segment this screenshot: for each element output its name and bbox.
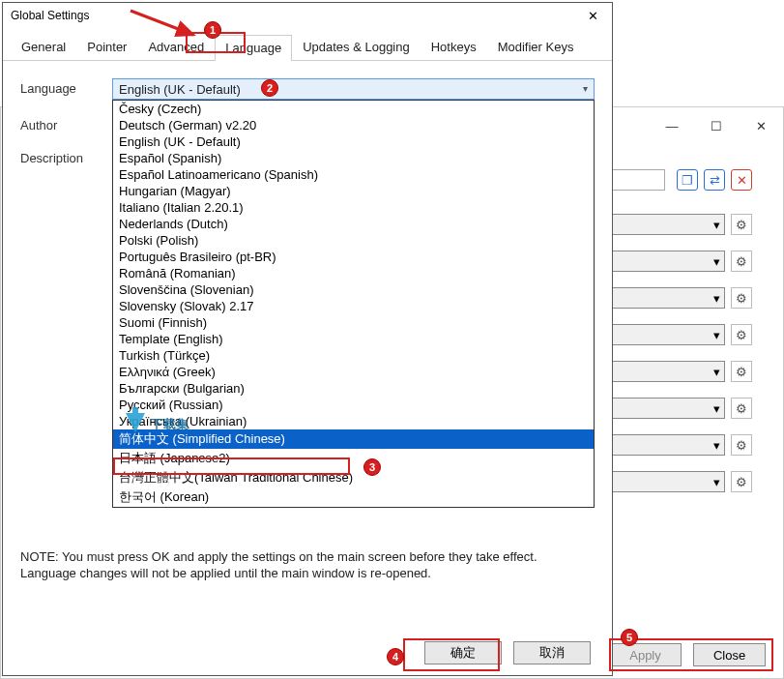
gear-button[interactable]: ⚙ bbox=[731, 471, 752, 492]
tab-language[interactable]: Language bbox=[215, 35, 292, 61]
gear-icon: ⚙ bbox=[736, 401, 747, 416]
language-option[interactable]: Português Brasileiro (pt-BR) bbox=[113, 249, 594, 265]
language-combobox[interactable]: English (UK - Default) ▾ bbox=[112, 78, 595, 100]
caret-icon: ▾ bbox=[713, 291, 720, 306]
tab-hotkeys[interactable]: Hotkeys bbox=[421, 34, 487, 60]
swap-icon: ⇄ bbox=[710, 173, 720, 188]
global-settings-dialog: Global Settings ✕ GeneralPointerAdvanced… bbox=[2, 2, 613, 676]
language-option[interactable]: Turkish (Türkçe) bbox=[113, 347, 594, 364]
copy-icon: ❐ bbox=[682, 173, 693, 188]
annotation-badge-4: 4 bbox=[387, 648, 404, 665]
language-option[interactable]: Suomi (Finnish) bbox=[113, 314, 594, 331]
copy-icon-button[interactable]: ❐ bbox=[677, 169, 698, 191]
tab-general[interactable]: General bbox=[11, 34, 76, 60]
annotation-badge-3: 3 bbox=[363, 458, 381, 476]
annotation-badge-1: 1 bbox=[204, 21, 221, 39]
gear-button[interactable]: ⚙ bbox=[731, 398, 752, 419]
language-option[interactable]: Slovenščina (Slovenian) bbox=[113, 281, 594, 298]
bg-combobox[interactable]: ▾ bbox=[609, 434, 725, 456]
swap-icon-button[interactable]: ⇄ bbox=[704, 169, 725, 191]
ok-button[interactable]: 确定 bbox=[424, 641, 502, 664]
language-option[interactable]: Slovensky (Slovak) 2.17 bbox=[113, 298, 594, 314]
bg-combobox[interactable]: ▾ bbox=[609, 251, 725, 272]
svg-rect-1 bbox=[132, 407, 138, 417]
minimize-button[interactable]: — bbox=[650, 111, 694, 140]
bg-combobox[interactable]: ▾ bbox=[609, 287, 725, 309]
language-option[interactable]: 日本語 (Japanese2) bbox=[113, 449, 594, 468]
description-label: Description bbox=[20, 148, 112, 165]
chevron-down-icon: ▾ bbox=[583, 83, 588, 94]
language-option[interactable]: Български (Bulgarian) bbox=[113, 380, 594, 397]
gear-icon: ⚙ bbox=[736, 365, 747, 379]
caret-icon: ▾ bbox=[713, 365, 720, 379]
bg-combobox[interactable]: ▾ bbox=[609, 324, 725, 345]
language-label: Language bbox=[20, 78, 112, 96]
gear-button[interactable]: ⚙ bbox=[731, 324, 752, 345]
language-option[interactable]: 台灣正體中文(Taiwan Traditional Chinese) bbox=[113, 468, 594, 487]
maximize-button[interactable]: ☐ bbox=[694, 111, 739, 140]
svg-text:下载集: 下载集 bbox=[150, 417, 189, 431]
tab-modifier-keys[interactable]: Modifier Keys bbox=[487, 34, 585, 60]
annotation-badge-5: 5 bbox=[621, 629, 638, 646]
caret-icon: ▾ bbox=[713, 218, 720, 232]
note-text: NOTE: You must press OK and apply the se… bbox=[20, 548, 595, 582]
svg-line-0 bbox=[131, 11, 193, 35]
language-option[interactable]: Deutsch (German) v2.20 bbox=[113, 117, 594, 133]
combobox-value: English (UK - Default) bbox=[119, 82, 241, 97]
bg-combobox[interactable]: ▾ bbox=[609, 398, 725, 419]
delete-icon: ✕ bbox=[737, 173, 747, 188]
language-option[interactable]: Ελληνικά (Greek) bbox=[113, 364, 594, 380]
gear-icon: ⚙ bbox=[736, 475, 747, 489]
language-option[interactable]: Italiano (Italian 2.20.1) bbox=[113, 199, 594, 216]
watermark-logo: 下载集 bbox=[116, 405, 232, 444]
close-button[interactable]: Close bbox=[693, 643, 766, 666]
bg-combobox[interactable]: ▾ bbox=[609, 471, 725, 492]
author-label: Author bbox=[20, 115, 112, 133]
apply-button[interactable]: Apply bbox=[609, 643, 682, 666]
caret-icon: ▾ bbox=[713, 438, 720, 453]
language-dropdown-list[interactable]: Česky (Czech)Deutsch (German) v2.20Engli… bbox=[112, 100, 595, 508]
cancel-button[interactable]: 取消 bbox=[513, 641, 591, 664]
gear-button[interactable]: ⚙ bbox=[731, 251, 752, 272]
tab-strip: GeneralPointerAdvancedLanguageUpdates & … bbox=[3, 34, 612, 61]
caret-icon: ▾ bbox=[713, 328, 720, 342]
dialog-close-button[interactable]: ✕ bbox=[579, 6, 606, 25]
language-option[interactable]: Česky (Czech) bbox=[113, 101, 594, 117]
language-option[interactable]: Hungarian (Magyar) bbox=[113, 183, 594, 199]
language-option[interactable]: Nederlands (Dutch) bbox=[113, 216, 594, 232]
gear-button[interactable]: ⚙ bbox=[731, 361, 752, 382]
gear-icon: ⚙ bbox=[736, 291, 747, 306]
bg-combobox[interactable]: ▾ bbox=[609, 214, 725, 235]
dialog-title-text: Global Settings bbox=[11, 9, 89, 22]
caret-icon: ▾ bbox=[713, 475, 720, 489]
gear-button[interactable]: ⚙ bbox=[731, 287, 752, 309]
gear-icon: ⚙ bbox=[736, 328, 747, 342]
caret-icon: ▾ bbox=[713, 401, 720, 416]
caret-icon: ▾ bbox=[713, 254, 720, 269]
tab-content: Language English (UK - Default) ▾ Author… bbox=[3, 61, 612, 631]
language-option[interactable]: 한국어 (Korean) bbox=[113, 487, 594, 507]
language-option[interactable]: English (UK - Default) bbox=[113, 133, 594, 150]
language-option[interactable]: Español (Spanish) bbox=[113, 150, 594, 166]
window-close-button[interactable]: ✕ bbox=[739, 111, 783, 140]
language-option[interactable]: Template (English) bbox=[113, 331, 594, 347]
gear-icon: ⚙ bbox=[736, 218, 747, 232]
gear-button[interactable]: ⚙ bbox=[731, 434, 752, 456]
gear-icon: ⚙ bbox=[736, 438, 747, 453]
gear-icon: ⚙ bbox=[736, 254, 747, 269]
tab-updates-logging[interactable]: Updates & Logging bbox=[292, 34, 421, 60]
annotation-badge-2: 2 bbox=[261, 79, 278, 97]
bg-combobox[interactable]: ▾ bbox=[609, 361, 725, 382]
delete-icon-button[interactable]: ✕ bbox=[731, 169, 752, 191]
gear-button[interactable]: ⚙ bbox=[731, 214, 752, 235]
language-option[interactable]: Español Latinoamericano (Spanish) bbox=[113, 166, 594, 183]
dialog-titlebar: Global Settings ✕ bbox=[3, 3, 612, 28]
language-option[interactable]: Română (Romanian) bbox=[113, 265, 594, 281]
language-option[interactable]: Polski (Polish) bbox=[113, 232, 594, 249]
